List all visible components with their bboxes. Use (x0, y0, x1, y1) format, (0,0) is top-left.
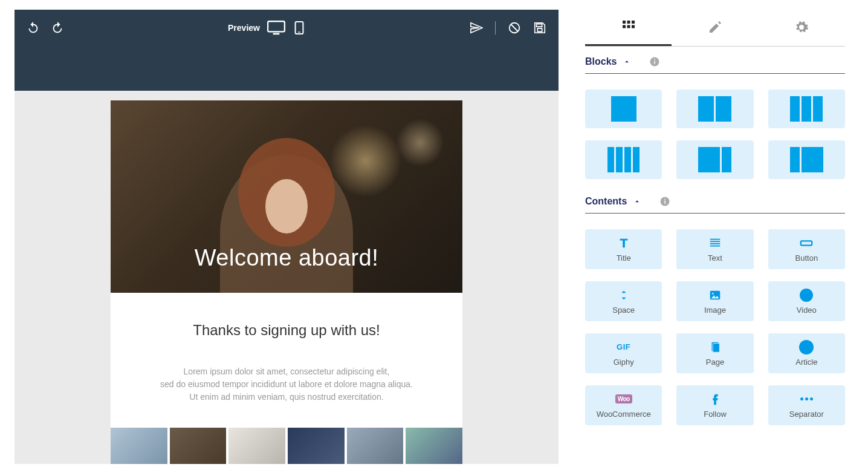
gallery-image[interactable] (170, 428, 227, 464)
content-video[interactable]: Video (768, 281, 845, 321)
content-follow[interactable]: Follow (676, 385, 753, 425)
hero-block[interactable]: Welcome aboard! (111, 100, 462, 293)
svg-rect-0 (268, 21, 285, 31)
woocommerce-icon: Woo (615, 393, 632, 406)
block-wide-narrow[interactable] (676, 140, 753, 179)
content-label: Video (797, 305, 817, 315)
block-4col[interactable] (585, 140, 662, 179)
block-2col[interactable] (676, 90, 753, 128)
grid-icon (621, 19, 636, 36)
toolbar-divider (495, 21, 496, 34)
content-separator[interactable]: Separator (768, 385, 845, 425)
gallery-image[interactable] (406, 428, 462, 464)
svg-rect-19 (710, 241, 721, 242)
svg-rect-10 (627, 25, 630, 28)
content-label: Button (795, 253, 818, 263)
content-label: Page (706, 358, 724, 367)
sidebar-panel: Blocks Contents Title Text Button (574, 0, 868, 467)
block-3col[interactable] (768, 90, 845, 128)
content-label: Follow (704, 410, 727, 419)
svg-rect-16 (665, 201, 666, 204)
content-label: WooCommerce (597, 410, 651, 419)
content-label: Title (617, 253, 631, 263)
sidebar-tabs (585, 11, 845, 47)
section-title-contents: Contents (585, 196, 627, 207)
content-label: Text (708, 253, 722, 263)
svg-rect-8 (632, 21, 635, 24)
svg-rect-3 (298, 31, 300, 32)
video-icon (800, 289, 813, 302)
block-narrow-wide[interactable] (768, 140, 845, 179)
blocks-grid (585, 74, 845, 186)
svg-point-24 (712, 292, 714, 294)
gear-icon (794, 20, 809, 37)
content-text[interactable]: Text (676, 229, 753, 269)
save-button[interactable] (533, 21, 546, 34)
tab-blocks[interactable] (585, 11, 672, 46)
svg-rect-20 (710, 243, 721, 244)
text-icon (708, 237, 722, 250)
info-icon[interactable] (649, 56, 660, 67)
content-title[interactable]: Title (585, 229, 662, 269)
section-title-blocks: Blocks (585, 56, 617, 67)
svg-rect-17 (665, 199, 666, 200)
svg-rect-13 (655, 61, 656, 64)
tab-edit[interactable] (672, 11, 758, 46)
email-paragraph[interactable]: Lorem ipsum dolor sit amet, consectetur … (111, 339, 462, 422)
svg-line-5 (511, 25, 518, 31)
discard-button[interactable] (508, 21, 521, 34)
svg-rect-22 (801, 241, 812, 245)
content-page[interactable]: Page (676, 333, 753, 373)
block-1col[interactable] (585, 90, 662, 128)
editor-frame: Preview (15, 10, 559, 464)
svg-rect-1 (273, 33, 280, 35)
chevron-up-icon (633, 197, 641, 206)
image-gallery-block[interactable] (111, 428, 462, 464)
content-image[interactable]: Image (676, 281, 753, 321)
svg-rect-14 (655, 59, 656, 60)
facebook-icon (708, 393, 722, 406)
hero-title[interactable]: Welcome aboard! (195, 245, 379, 271)
svg-rect-7 (627, 21, 630, 24)
section-header-blocks[interactable]: Blocks (585, 47, 845, 74)
content-woocommerce[interactable]: Woo WooCommerce (585, 385, 662, 425)
contents-grid: Title Text Button Space Image Video GIF … (585, 214, 845, 441)
svg-rect-21 (710, 245, 721, 246)
svg-rect-6 (623, 21, 626, 24)
preview-desktop-button[interactable] (267, 21, 285, 35)
email-body: Welcome aboard! Thanks to signing up wit… (111, 100, 462, 464)
section-header-contents[interactable]: Contents (585, 186, 845, 214)
image-icon (708, 289, 722, 302)
info-icon[interactable] (659, 196, 670, 207)
tab-settings[interactable] (759, 11, 845, 46)
content-space[interactable]: Space (585, 281, 662, 321)
undo-button[interactable] (27, 21, 40, 34)
svg-rect-26 (713, 343, 719, 352)
gallery-image[interactable] (288, 428, 345, 464)
redo-button[interactable] (51, 21, 64, 34)
content-label: Article (795, 358, 817, 367)
gallery-image[interactable] (347, 428, 404, 464)
editor-toolbar: Preview (15, 10, 559, 91)
page-icon (708, 341, 722, 354)
editor-area: Preview (0, 0, 574, 467)
send-test-button[interactable] (470, 21, 483, 34)
space-icon (617, 289, 630, 302)
content-label: Space (612, 305, 635, 315)
email-subheadline[interactable]: Thanks to signing up with us! (111, 293, 462, 339)
button-icon (800, 237, 813, 250)
svg-rect-18 (710, 238, 721, 240)
separator-icon (800, 393, 813, 406)
content-button[interactable]: Button (768, 229, 845, 269)
preview-label: Preview (228, 23, 260, 33)
svg-rect-9 (623, 25, 626, 28)
content-label: Image (704, 305, 726, 315)
gallery-image[interactable] (111, 428, 167, 464)
preview-mobile-button[interactable] (293, 21, 306, 34)
content-label: Separator (789, 410, 824, 419)
content-article[interactable]: Article (768, 333, 845, 373)
content-giphy[interactable]: GIF Giphy (585, 333, 662, 373)
email-canvas[interactable]: Welcome aboard! Thanks to signing up wit… (15, 91, 559, 464)
gif-icon: GIF (617, 341, 630, 354)
gallery-image[interactable] (228, 428, 285, 464)
